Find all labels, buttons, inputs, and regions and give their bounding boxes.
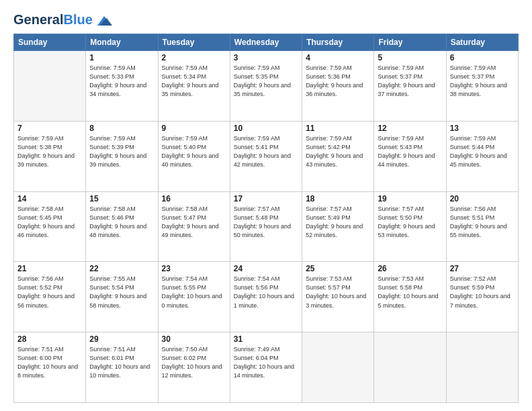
- day-number: 13: [450, 124, 515, 133]
- day-info: Sunrise: 7:57 AMSunset: 5:50 PMDaylight:…: [378, 205, 442, 240]
- calendar-day: 26Sunrise: 7:53 AMSunset: 5:58 PMDayligh…: [374, 262, 446, 332]
- day-info: Sunrise: 7:59 AMSunset: 5:38 PMDaylight:…: [17, 134, 82, 169]
- day-info: Sunrise: 7:57 AMSunset: 5:49 PMDaylight:…: [306, 205, 370, 240]
- calendar-day: 4Sunrise: 7:59 AMSunset: 5:36 PMDaylight…: [302, 51, 374, 122]
- calendar-day: 13Sunrise: 7:59 AMSunset: 5:44 PMDayligh…: [446, 121, 518, 191]
- day-number: 3: [234, 53, 298, 62]
- day-number: 19: [378, 194, 442, 203]
- calendar-day: 31Sunrise: 7:49 AMSunset: 6:04 PMDayligh…: [230, 332, 302, 403]
- calendar-week-4: 21Sunrise: 7:56 AMSunset: 5:52 PMDayligh…: [14, 262, 519, 332]
- day-number: 8: [89, 124, 154, 133]
- day-info: Sunrise: 7:59 AMSunset: 5:40 PMDaylight:…: [162, 134, 226, 169]
- calendar-day: [14, 51, 86, 122]
- calendar-header-monday: Monday: [86, 34, 158, 51]
- day-number: 21: [17, 264, 82, 273]
- calendar-week-1: 1Sunrise: 7:59 AMSunset: 5:33 PMDaylight…: [14, 51, 519, 122]
- day-number: 25: [306, 264, 370, 273]
- page: GeneralBlue SundayMondayTuesdayWednesday…: [0, 0, 532, 411]
- day-info: Sunrise: 7:59 AMSunset: 5:43 PMDaylight:…: [378, 134, 442, 169]
- calendar-day: 24Sunrise: 7:54 AMSunset: 5:56 PMDayligh…: [230, 262, 302, 332]
- calendar-day: 11Sunrise: 7:59 AMSunset: 5:42 PMDayligh…: [302, 121, 374, 191]
- calendar-week-2: 7Sunrise: 7:59 AMSunset: 5:38 PMDaylight…: [14, 121, 519, 191]
- day-number: 22: [89, 264, 154, 273]
- calendar-day: 28Sunrise: 7:51 AMSunset: 6:00 PMDayligh…: [14, 332, 86, 403]
- day-info: Sunrise: 7:53 AMSunset: 5:58 PMDaylight:…: [378, 275, 442, 310]
- calendar-day: 12Sunrise: 7:59 AMSunset: 5:43 PMDayligh…: [374, 121, 446, 191]
- day-number: 31: [234, 334, 298, 344]
- day-number: 6: [450, 53, 515, 62]
- calendar-header-tuesday: Tuesday: [158, 34, 230, 51]
- calendar-header-row: SundayMondayTuesdayWednesdayThursdayFrid…: [14, 34, 519, 51]
- logo-icon: [97, 16, 112, 26]
- day-info: Sunrise: 7:55 AMSunset: 5:54 PMDaylight:…: [89, 275, 154, 310]
- calendar-day: 27Sunrise: 7:52 AMSunset: 5:59 PMDayligh…: [446, 262, 518, 332]
- day-info: Sunrise: 7:59 AMSunset: 5:39 PMDaylight:…: [89, 134, 154, 169]
- day-number: 16: [162, 194, 226, 203]
- calendar-day: 1Sunrise: 7:59 AMSunset: 5:33 PMDaylight…: [86, 51, 158, 122]
- logo: GeneralBlue: [13, 12, 112, 27]
- day-info: Sunrise: 7:50 AMSunset: 6:02 PMDaylight:…: [162, 345, 226, 380]
- day-info: Sunrise: 7:58 AMSunset: 5:46 PMDaylight:…: [89, 205, 154, 240]
- logo-text: GeneralBlue: [13, 12, 112, 27]
- calendar-day: 3Sunrise: 7:59 AMSunset: 5:35 PMDaylight…: [230, 51, 302, 122]
- day-info: Sunrise: 7:52 AMSunset: 5:59 PMDaylight:…: [450, 275, 515, 310]
- day-info: Sunrise: 7:59 AMSunset: 5:34 PMDaylight:…: [162, 64, 226, 99]
- header: GeneralBlue: [13, 12, 519, 27]
- calendar-header-saturday: Saturday: [446, 34, 518, 51]
- day-info: Sunrise: 7:59 AMSunset: 5:42 PMDaylight:…: [306, 134, 370, 169]
- calendar-header-thursday: Thursday: [302, 34, 374, 51]
- day-number: 5: [378, 53, 442, 62]
- calendar-day: [374, 332, 446, 403]
- calendar-day: 5Sunrise: 7:59 AMSunset: 5:37 PMDaylight…: [374, 51, 446, 122]
- day-number: 7: [17, 124, 82, 133]
- day-number: 4: [306, 53, 370, 62]
- day-info: Sunrise: 7:54 AMSunset: 5:55 PMDaylight:…: [162, 275, 226, 310]
- day-number: 9: [162, 124, 226, 133]
- calendar-day: 22Sunrise: 7:55 AMSunset: 5:54 PMDayligh…: [86, 262, 158, 332]
- calendar-day: 23Sunrise: 7:54 AMSunset: 5:55 PMDayligh…: [158, 262, 230, 332]
- day-info: Sunrise: 7:54 AMSunset: 5:56 PMDaylight:…: [234, 275, 298, 310]
- day-info: Sunrise: 7:51 AMSunset: 6:01 PMDaylight:…: [89, 345, 154, 380]
- day-info: Sunrise: 7:56 AMSunset: 5:52 PMDaylight:…: [17, 275, 82, 310]
- calendar-day: 2Sunrise: 7:59 AMSunset: 5:34 PMDaylight…: [158, 51, 230, 122]
- calendar-day: 30Sunrise: 7:50 AMSunset: 6:02 PMDayligh…: [158, 332, 230, 403]
- day-number: 17: [234, 194, 298, 203]
- day-info: Sunrise: 7:59 AMSunset: 5:44 PMDaylight:…: [450, 134, 515, 169]
- calendar-week-5: 28Sunrise: 7:51 AMSunset: 6:00 PMDayligh…: [14, 332, 519, 403]
- day-number: 12: [378, 124, 442, 133]
- day-info: Sunrise: 7:53 AMSunset: 5:57 PMDaylight:…: [306, 275, 370, 310]
- calendar-day: 29Sunrise: 7:51 AMSunset: 6:01 PMDayligh…: [86, 332, 158, 403]
- calendar-day: 25Sunrise: 7:53 AMSunset: 5:57 PMDayligh…: [302, 262, 374, 332]
- calendar-day: 20Sunrise: 7:56 AMSunset: 5:51 PMDayligh…: [446, 191, 518, 262]
- day-info: Sunrise: 7:49 AMSunset: 6:04 PMDaylight:…: [234, 345, 298, 380]
- day-number: 1: [89, 53, 154, 62]
- day-info: Sunrise: 7:59 AMSunset: 5:41 PMDaylight:…: [234, 134, 298, 169]
- day-info: Sunrise: 7:59 AMSunset: 5:37 PMDaylight:…: [450, 64, 515, 99]
- day-number: 24: [234, 264, 298, 273]
- day-number: 23: [162, 264, 226, 273]
- day-info: Sunrise: 7:59 AMSunset: 5:37 PMDaylight:…: [378, 64, 442, 99]
- calendar-day: 10Sunrise: 7:59 AMSunset: 5:41 PMDayligh…: [230, 121, 302, 191]
- day-number: 28: [17, 334, 82, 344]
- day-number: 30: [162, 334, 226, 344]
- day-number: 15: [89, 194, 154, 203]
- day-info: Sunrise: 7:51 AMSunset: 6:00 PMDaylight:…: [17, 345, 82, 380]
- calendar-day: 9Sunrise: 7:59 AMSunset: 5:40 PMDaylight…: [158, 121, 230, 191]
- calendar: SundayMondayTuesdayWednesdayThursdayFrid…: [13, 34, 519, 403]
- day-info: Sunrise: 7:56 AMSunset: 5:51 PMDaylight:…: [450, 205, 515, 240]
- day-number: 14: [17, 194, 82, 203]
- calendar-day: [302, 332, 374, 403]
- calendar-header-sunday: Sunday: [14, 34, 86, 51]
- day-number: 20: [450, 194, 515, 203]
- calendar-day: 15Sunrise: 7:58 AMSunset: 5:46 PMDayligh…: [86, 191, 158, 262]
- calendar-day: 8Sunrise: 7:59 AMSunset: 5:39 PMDaylight…: [86, 121, 158, 191]
- day-number: 18: [306, 194, 370, 203]
- day-info: Sunrise: 7:59 AMSunset: 5:36 PMDaylight:…: [306, 64, 370, 99]
- calendar-day: 18Sunrise: 7:57 AMSunset: 5:49 PMDayligh…: [302, 191, 374, 262]
- calendar-day: 14Sunrise: 7:58 AMSunset: 5:45 PMDayligh…: [14, 191, 86, 262]
- calendar-day: 19Sunrise: 7:57 AMSunset: 5:50 PMDayligh…: [374, 191, 446, 262]
- calendar-day: 7Sunrise: 7:59 AMSunset: 5:38 PMDaylight…: [14, 121, 86, 191]
- day-number: 26: [378, 264, 442, 273]
- day-info: Sunrise: 7:59 AMSunset: 5:35 PMDaylight:…: [234, 64, 298, 99]
- calendar-header-wednesday: Wednesday: [230, 34, 302, 51]
